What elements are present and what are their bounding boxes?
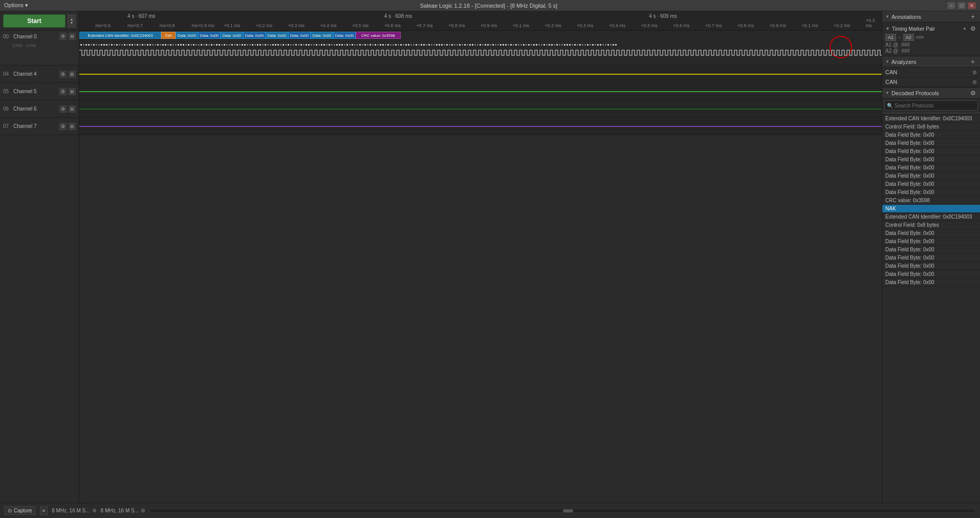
protocol-item-ctrl-2[interactable]: Control Field: 0x8 bytes [882, 221, 980, 229]
protocol-item-data-15[interactable]: Data Field Byte: 0x00 [882, 278, 980, 287]
protocol-item-ext-id-2[interactable]: Extended CAN Identifier: 0x0C194003 [882, 213, 980, 221]
tm-ms23: +0.1 ms [801, 23, 818, 28]
analyzers-collapse-icon[interactable]: ▼ [885, 59, 889, 64]
tm-ms13: +0.9 ms [481, 23, 497, 28]
protocol-item-data-9[interactable]: Data Field Byte: 0x00 [882, 229, 980, 238]
options-button[interactable]: Options ▾ [4, 2, 28, 9]
seg-data4: Data: 0x00 [243, 32, 266, 39]
analyzers-header: ▼ Analyzers + [882, 56, 980, 68]
capture-button[interactable]: ⊙ Capture [4, 506, 36, 515]
analyzer-gear-1[interactable]: ⚙ [972, 79, 977, 85]
tm-ms15: +0.2 ms [545, 23, 561, 28]
device2-gear-icon[interactable]: ⚙ [141, 508, 145, 513]
capture-label: Capture [14, 508, 32, 513]
ch6-plus-icon[interactable]: ⊞ [69, 105, 76, 113]
capture-dropdown[interactable]: » [40, 506, 48, 515]
left-panel: Start ▲ ▼ 00 Channel 0 ⚙ ⊞ CAN - CAN 04 … [0, 11, 79, 503]
bottom-scrollbar[interactable] [149, 509, 976, 513]
protocol-item-nak[interactable]: NAK [882, 205, 980, 213]
tm-ms19: +0.6 ms [673, 23, 689, 28]
protocol-list[interactable]: Extended CAN Identifier: 0x0C194003 Cont… [882, 112, 980, 503]
ch-name-4: Channel 4 [13, 71, 57, 77]
right-panel: ▼ Annotations + ▼ Timing Marker Pair ▼ ⚙… [882, 11, 980, 503]
protocol-item-ctrl-1[interactable]: Control Field: 0x8 bytes [882, 123, 980, 131]
ch0-sublabel: CAN - CAN [12, 43, 36, 48]
analyzer-gear-0[interactable]: ⚙ [972, 70, 977, 75]
analyzers-add-button[interactable]: + [969, 58, 977, 66]
protocol-item-ext-id-1[interactable]: Extended CAN Identifier: 0x0C194003 [882, 115, 980, 123]
tm-ms11: +0.7 ms [417, 23, 433, 28]
channel-row-7: 07 Channel 7 ⚙ ⊞ [0, 118, 79, 135]
protocol-item-crc-1[interactable]: CRC value: 0x3598 [882, 197, 980, 205]
ann-a1-at-label: A1 @ [885, 42, 898, 48]
ch4-gear-icon[interactable]: ⚙ [59, 71, 67, 78]
ann-labels-row: A1 − A2 ### [885, 34, 977, 41]
analyzer-name-1: CAN [885, 79, 972, 85]
ann-dropdown-icon[interactable]: ▼ [963, 27, 967, 31]
start-button[interactable]: Start [3, 14, 66, 28]
ch-name-0: Channel 0 [13, 34, 57, 39]
tm-ms14: +0.1 ms [513, 23, 529, 28]
tm-ms22: +0.9 ms [769, 23, 786, 28]
start-dropdown[interactable]: ▲ ▼ [68, 14, 76, 28]
ch4-signal-line [79, 74, 882, 75]
protocol-item-data-8[interactable]: Data Field Byte: 0x00 [882, 188, 980, 197]
search-box[interactable]: 🔍 [884, 100, 978, 111]
decoded-collapse-icon[interactable]: ▼ [885, 91, 889, 95]
tm-ms10: +0.6 ms [384, 23, 401, 28]
tm-ms06: +0.2 ms [256, 23, 272, 28]
ch7-gear-icon[interactable]: ⚙ [59, 123, 67, 130]
tm-ms12: +0.8 ms [448, 23, 465, 28]
ch7-plus-icon[interactable]: ⊞ [69, 123, 76, 130]
seg-data7: Data: 0x00 [311, 32, 333, 39]
protocol-item-data-12[interactable]: Data Field Byte: 0x00 [882, 254, 980, 262]
tm-ms24: +0.2 ms [834, 23, 850, 28]
ch4-plus-icon[interactable]: ⊞ [69, 71, 76, 78]
ann-a1-button[interactable]: A1 [885, 34, 896, 41]
protocol-item-data-14[interactable]: Data Field Byte: 0x00 [882, 270, 980, 278]
protocol-item-data-7[interactable]: Data Field Byte: 0x00 [882, 180, 980, 188]
scrollbar-thumb[interactable] [563, 509, 573, 512]
ch6-gear-icon[interactable]: ⚙ [59, 105, 67, 113]
channel-row-6: 06 Channel 6 ⚙ ⊞ [0, 100, 79, 118]
protocol-item-data-1[interactable]: Data Field Byte: 0x00 [882, 131, 980, 139]
protocol-item-data-2[interactable]: Data Field Byte: 0x00 [882, 139, 980, 147]
ch0-plus-icon[interactable]: ⊞ [69, 33, 76, 40]
protocol-item-data-4[interactable]: Data Field Byte: 0x00 [882, 156, 980, 164]
ann-a2-button[interactable]: A2 [903, 34, 914, 41]
protocol-item-data-3[interactable]: Data Field Byte: 0x00 [882, 147, 980, 156]
protocol-item-data-11[interactable]: Data Field Byte: 0x00 [882, 246, 980, 254]
annotations-collapse-icon[interactable]: ▼ [885, 14, 889, 19]
device1-gear-icon[interactable]: ⚙ [92, 508, 97, 513]
minimize-button[interactable]: − [947, 2, 955, 9]
ann-a1-at-row: A1 @ ### [885, 42, 977, 48]
protocol-item-data-6[interactable]: Data Field Byte: 0x00 [882, 172, 980, 180]
ch0-gear-icon[interactable]: ⚙ [59, 33, 67, 40]
protocol-item-data-13[interactable]: Data Field Byte: 0x00 [882, 262, 980, 270]
protocol-item-data-5[interactable]: Data Field Byte: 0x00 [882, 164, 980, 172]
signal-area: 4 s · 607 ms 4 s · 608 ms 4 s · 609 ms m… [79, 11, 882, 503]
annotations-content: ▼ Timing Marker Pair ▼ ⚙ A1 − A2 ### A1 … [882, 23, 980, 56]
ch5-plus-icon[interactable]: ⊞ [69, 88, 76, 95]
channel-row-4: 04 Channel 4 ⚙ ⊞ [0, 66, 79, 83]
annotations-section: ▼ Annotations + ▼ Timing Marker Pair ▼ ⚙… [882, 11, 980, 56]
decoded-settings-button[interactable]: ⚙ [969, 89, 977, 97]
ch-num-7: 07 [3, 123, 11, 129]
ann-a1-val: ### [901, 42, 910, 48]
annotations-header: ▼ Annotations + [882, 11, 980, 23]
device-config-1: 8 MHz, 16 M S... ⚙ [52, 508, 96, 513]
tm-ms21: +0.8 ms [737, 23, 754, 28]
close-button[interactable]: ✕ [968, 2, 976, 9]
ann-settings-icon[interactable]: ⚙ [969, 25, 977, 33]
ch-name-6: Channel 6 [13, 106, 57, 112]
search-protocols-input[interactable] [895, 103, 975, 109]
ann-hash: ### [916, 35, 924, 40]
maximize-button[interactable]: □ [957, 2, 966, 9]
seg-data2: Data: 0x00 [198, 32, 221, 39]
protocol-item-data-10[interactable]: Data Field Byte: 0x00 [882, 238, 980, 246]
annotations-add-button[interactable]: + [969, 13, 977, 21]
ann-a2-val: ### [901, 48, 910, 54]
device1-label: 8 MHz, 16 M S... [52, 508, 90, 513]
ch5-gear-icon[interactable]: ⚙ [59, 88, 67, 95]
signal-row-ch7 [79, 118, 882, 135]
